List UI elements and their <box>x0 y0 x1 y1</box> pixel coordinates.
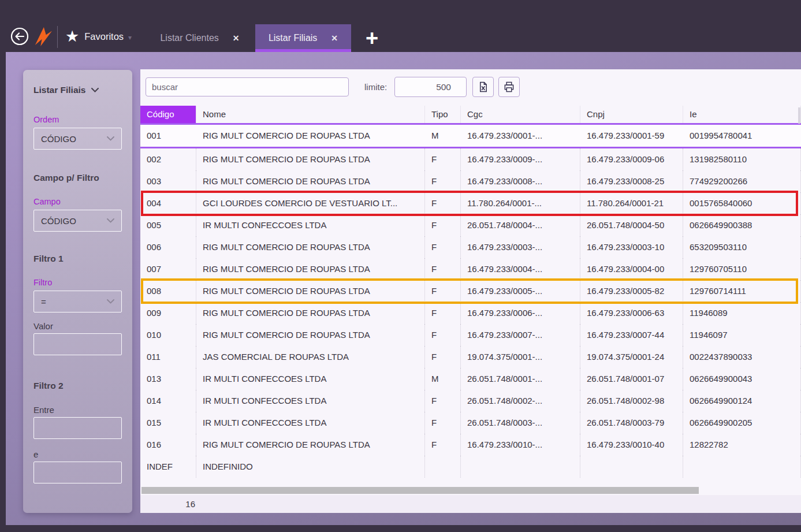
cell-ie: 0019954780041 <box>683 125 801 147</box>
campo-filtro-section-title: Campo p/ Filtro <box>33 173 122 183</box>
horizontal-scrollbar-thumb[interactable] <box>141 487 699 494</box>
chevron-down-icon <box>107 136 114 141</box>
limit-input[interactable] <box>394 77 467 97</box>
logo-arrow-icon <box>33 25 53 47</box>
cell-cgc: 16.479.233/0009-... <box>461 148 580 170</box>
cell-name: IR MULTI CONFECCOES LTDA <box>196 214 425 236</box>
cell-code: 015 <box>140 412 196 434</box>
table-row[interactable]: 016RIG MULT COMERCIO DE ROUPAS LTDAF16.4… <box>140 434 801 456</box>
entre-input[interactable] <box>33 417 122 439</box>
table-row[interactable]: 001RIG MULT COMERCIO DE ROUPAS LTDAM16.4… <box>140 125 801 148</box>
table-row[interactable]: 004GCI LOURDES COMERCIO DE VESTUARIO LT.… <box>140 192 801 214</box>
cell-code: 003 <box>140 170 196 192</box>
cell-code: 014 <box>140 390 196 412</box>
sidebar-title-dropdown[interactable]: Listar Filiais <box>33 85 122 95</box>
table-row[interactable]: 015IR MULTI CONFECCOES LTDAF26.051.748/0… <box>140 412 801 434</box>
cell-code: 009 <box>140 302 196 324</box>
campo-label: Campo <box>33 197 122 206</box>
column-header-nome[interactable]: Nome <box>196 106 425 123</box>
export-excel-button[interactable] <box>472 77 494 97</box>
cell-cgc: 16.479.233/0006-... <box>461 302 580 324</box>
close-icon[interactable]: ✕ <box>233 34 240 43</box>
cell-code: 008 <box>140 280 196 302</box>
valor-input[interactable] <box>33 333 122 355</box>
cell-ie: 129760714111 <box>683 280 801 302</box>
close-icon[interactable]: ✕ <box>331 34 338 43</box>
cell-cgc: 26.051.748/0002-... <box>461 390 580 412</box>
cell-ie: 129760705110 <box>683 258 801 280</box>
tab-listar-filiais[interactable]: Listar Filiais ✕ <box>255 24 351 52</box>
back-button[interactable] <box>10 27 29 46</box>
table-row[interactable]: 003RIG MULT COMERCIO DE ROUPAS LTDAF16.4… <box>140 170 801 192</box>
cell-code: 005 <box>140 214 196 236</box>
vertical-scrollbar-thumb[interactable] <box>798 107 800 124</box>
filtro-operator-select[interactable]: = <box>33 291 122 312</box>
table-toolbar: limite: <box>140 69 801 106</box>
table-row[interactable]: 007RIG MULT COMERCIO DE ROUPAS LTDAF16.4… <box>140 258 801 280</box>
cell-cgc <box>461 456 580 478</box>
cell-code: 006 <box>140 236 196 258</box>
table-footer: 16 <box>140 495 801 513</box>
table-row[interactable]: 002RIG MULT COMERCIO DE ROUPAS LTDAF16.4… <box>140 148 801 170</box>
campo-select[interactable]: CÓDIGO <box>33 210 122 232</box>
table-row[interactable]: INDEFINDEFINIDO <box>140 456 801 478</box>
cell-cnpj: 26.051.748/0002-98 <box>580 390 683 412</box>
chevron-down-icon <box>107 218 114 223</box>
column-header-ie[interactable]: Ie <box>683 106 801 123</box>
table-row[interactable]: 009RIG MULT COMERCIO DE ROUPAS LTDAF16.4… <box>140 302 801 324</box>
favorites-button[interactable]: ★ Favoritos ▾ <box>65 28 132 45</box>
tab-listar-clientes[interactable]: Listar Clientes ✕ <box>144 24 255 52</box>
top-bar: ★ Favoritos ▾ Listar Clientes ✕ Listar F… <box>0 0 801 52</box>
table-row[interactable]: 013IR MULTI CONFECCOES LTDAM26.051.748/0… <box>140 368 801 390</box>
cell-cnpj: 16.479.233/0009-06 <box>580 148 683 170</box>
record-count: 16 <box>140 495 196 513</box>
cell-tipo: F <box>425 346 461 368</box>
cell-ie: 653209503110 <box>683 236 801 258</box>
table-row[interactable]: 011JAS COMERCIAL DE ROUPAS LTDAF19.074.3… <box>140 346 801 368</box>
e-input[interactable] <box>33 462 122 483</box>
column-header-tipo[interactable]: Tipo <box>425 106 461 123</box>
column-header-codigo[interactable]: Código <box>140 106 196 123</box>
search-input[interactable] <box>146 77 349 96</box>
cell-code: 010 <box>140 324 196 346</box>
cell-name: IR MULTI CONFECCOES LTDA <box>196 390 425 412</box>
filtro2-section-title: Filtro 2 <box>33 381 122 391</box>
cell-cnpj: 19.074.375/0001-24 <box>580 346 683 368</box>
table-header-row: Código Nome Tipo Cgc Cnpj Ie <box>140 106 801 125</box>
cell-ie: 11946097 <box>683 324 801 346</box>
table-row[interactable]: 014IR MULTI CONFECCOES LTDAF26.051.748/0… <box>140 390 801 412</box>
add-tab-button[interactable]: + <box>360 27 383 50</box>
entre-label: Entre <box>33 405 122 415</box>
table-row[interactable]: 006RIG MULT COMERCIO DE ROUPAS LTDAF16.4… <box>140 236 801 258</box>
cell-cnpj: 16.479.233/0001-59 <box>580 125 683 147</box>
cell-cnpj: 26.051.748/0003-79 <box>580 412 683 434</box>
export-file-icon <box>478 81 489 92</box>
cell-code: 007 <box>140 258 196 280</box>
cell-code: 011 <box>140 346 196 368</box>
cell-cnpj: 16.479.233/0007-44 <box>580 324 683 346</box>
ordem-select[interactable]: CÓDIGO <box>33 128 122 150</box>
chevron-down-icon <box>107 299 114 304</box>
cell-cnpj: 16.479.233/0003-10 <box>580 236 683 258</box>
cell-cnpj: 11.780.264/0001-21 <box>580 192 683 214</box>
table-row[interactable]: 008RIG MULT COMERCIO DE ROUPAS LTDAF16.4… <box>140 280 801 302</box>
cell-name: RIG MULT COMERCIO DE ROUPAS LTDA <box>196 125 425 147</box>
cell-name: RIG MULT COMERCIO DE ROUPAS LTDA <box>196 236 425 258</box>
cell-tipo: F <box>425 192 461 214</box>
e-label: e <box>33 449 122 459</box>
cell-ie: 774929200266 <box>683 170 801 192</box>
table-row[interactable]: 005IR MULTI CONFECCOES LTDAF26.051.748/0… <box>140 214 801 236</box>
cell-cgc: 16.479.233/0010-... <box>461 434 580 456</box>
cell-cnpj <box>580 456 683 478</box>
column-header-cnpj[interactable]: Cnpj <box>580 106 683 123</box>
cell-ie: 0626649900043 <box>683 368 801 390</box>
cell-name: JAS COMERCIAL DE ROUPAS LTDA <box>196 346 425 368</box>
column-header-cgc[interactable]: Cgc <box>461 106 580 123</box>
table-row[interactable]: 010RIG MULT COMERCIO DE ROUPAS LTDAF16.4… <box>140 324 801 346</box>
app-logo-icon[interactable] <box>33 25 53 47</box>
caret-down-icon: ▾ <box>128 34 132 42</box>
print-button[interactable] <box>498 77 520 97</box>
cell-tipo: F <box>425 214 461 236</box>
cell-tipo: F <box>425 258 461 280</box>
cell-cnpj: 26.051.748/0004-50 <box>580 214 683 236</box>
